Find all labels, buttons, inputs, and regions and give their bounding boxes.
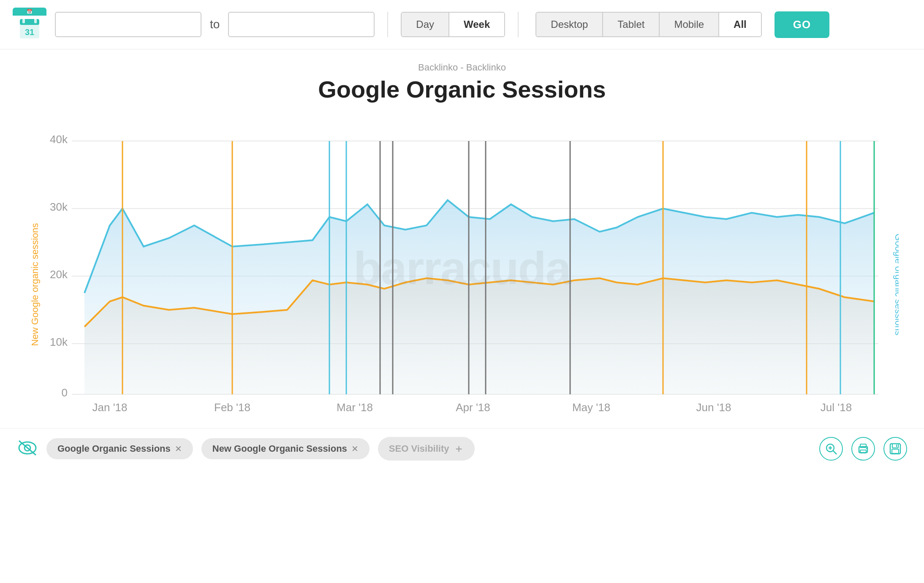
svg-text:May '18: May '18: [572, 401, 610, 414]
svg-text:10k: 10k: [50, 336, 68, 348]
svg-text:0: 0: [62, 386, 68, 399]
divider: [387, 12, 388, 37]
header: 📅 31 01/01/2018 to 16/07/2018 Day Week D…: [0, 0, 924, 49]
mobile-button[interactable]: Mobile: [659, 13, 718, 36]
svg-text:Jan '18: Jan '18: [92, 401, 127, 414]
svg-text:Jun '18: Jun '18: [696, 401, 731, 414]
x-axis: Jan '18 Feb '18 Mar '18 Apr '18 May '18 …: [92, 401, 852, 414]
chart-container: Backlinko - Backlinko Google Organic Ses…: [0, 49, 924, 428]
all-button[interactable]: All: [718, 13, 761, 36]
remove-new-google-organic-icon[interactable]: ✕: [351, 444, 359, 454]
week-button[interactable]: Week: [448, 13, 504, 36]
svg-rect-2: [22, 18, 25, 23]
chart-subtitle: Backlinko - Backlinko: [25, 62, 899, 73]
svg-rect-36: [892, 444, 898, 448]
svg-line-26: [19, 441, 36, 455]
chart-wrapper: barracuda 40k 30k: [25, 116, 899, 420]
svg-rect-3: [34, 18, 37, 23]
svg-point-34: [866, 448, 867, 449]
legend-seo-visibility-label: SEO Visibility: [389, 443, 449, 454]
time-period-group: Day Week: [401, 12, 505, 37]
svg-text:New Google organic sessions: New Google organic sessions: [30, 223, 40, 346]
svg-text:40k: 40k: [50, 133, 68, 146]
legend-seo-visibility[interactable]: SEO Visibility ＋: [378, 437, 475, 461]
footer-right-icons: [819, 437, 907, 461]
calendar-day: 31: [13, 16, 46, 41]
to-label: to: [210, 18, 220, 31]
legend-new-google-organic-label: New Google Organic Sessions: [212, 443, 347, 454]
desktop-button[interactable]: Desktop: [536, 13, 602, 36]
svg-text:Google organic sessions: Google organic sessions: [893, 234, 899, 336]
save-button[interactable]: [883, 437, 907, 461]
add-seo-visibility-icon[interactable]: ＋: [454, 442, 464, 456]
chart-title: Google Organic Sessions: [25, 76, 899, 103]
tablet-button[interactable]: Tablet: [602, 13, 659, 36]
svg-text:Apr '18: Apr '18: [456, 401, 490, 414]
svg-text:Mar '18: Mar '18: [337, 401, 373, 414]
svg-text:20k: 20k: [50, 268, 68, 281]
legend-google-organic-label: Google Organic Sessions: [57, 443, 171, 454]
svg-text:30k: 30k: [50, 201, 68, 213]
svg-text:Jul '18: Jul '18: [821, 401, 852, 414]
eye-icon[interactable]: [17, 439, 38, 459]
chart-svg: 40k 30k 20k 10k 0 Jan '18 Feb '18 Mar '1…: [25, 116, 899, 420]
legend-new-google-organic[interactable]: New Google Organic Sessions ✕: [201, 438, 370, 459]
footer: Google Organic Sessions ✕ New Google Org…: [0, 428, 924, 469]
svg-text:31: 31: [25, 27, 34, 37]
day-button[interactable]: Day: [402, 13, 448, 36]
svg-rect-37: [892, 449, 899, 453]
date-to-input[interactable]: 16/07/2018: [228, 12, 375, 37]
zoom-in-button[interactable]: [819, 437, 843, 461]
svg-line-30: [833, 451, 837, 454]
device-group: Desktop Tablet Mobile All: [535, 12, 761, 37]
go-button[interactable]: GO: [775, 11, 829, 38]
print-button[interactable]: [851, 437, 875, 461]
remove-google-organic-icon[interactable]: ✕: [175, 444, 182, 454]
svg-text:Feb '18: Feb '18: [214, 401, 250, 414]
calendar-icon[interactable]: 📅 31: [13, 8, 46, 41]
legend-google-organic[interactable]: Google Organic Sessions ✕: [46, 438, 193, 459]
date-from-input[interactable]: 01/01/2018: [55, 12, 201, 37]
divider2: [518, 12, 519, 37]
